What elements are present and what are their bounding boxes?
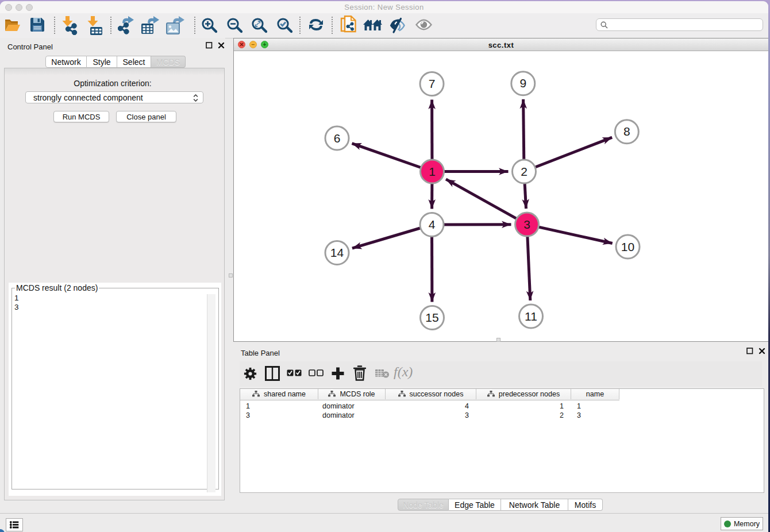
svg-text:9: 9: [519, 76, 526, 90]
svg-text:7: 7: [429, 77, 436, 90]
svg-text:14: 14: [330, 246, 344, 259]
svg-text:11: 11: [525, 310, 537, 323]
svg-text:8: 8: [623, 125, 630, 138]
svg-text:4: 4: [429, 218, 436, 231]
svg-text:15: 15: [425, 311, 438, 324]
svg-text:3: 3: [523, 218, 530, 231]
svg-text:6: 6: [334, 132, 341, 145]
svg-text:1: 1: [429, 165, 436, 178]
svg-text:10: 10: [621, 240, 634, 253]
svg-text:2: 2: [521, 165, 528, 178]
